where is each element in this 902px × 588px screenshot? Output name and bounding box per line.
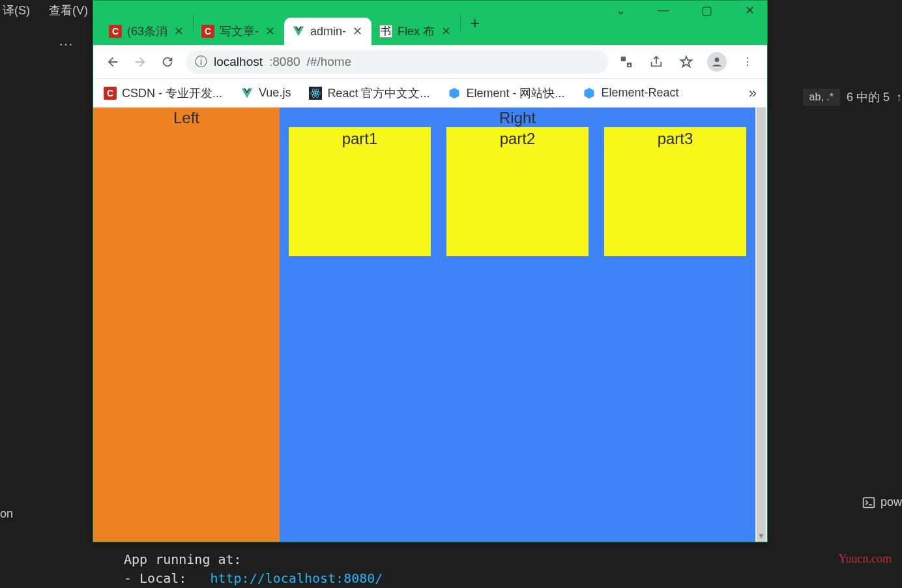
maximize-icon[interactable]: ▢ xyxy=(694,3,719,18)
vertical-scrollbar[interactable]: ▼ xyxy=(755,108,767,542)
left-label: Left xyxy=(173,109,199,126)
url-path: /#/home xyxy=(307,55,352,69)
element-icon xyxy=(583,87,596,100)
right-column: Right part1 part2 part3 xyxy=(280,108,755,542)
toolbar-right: ⋮ xyxy=(617,52,757,72)
csdn-icon: C xyxy=(109,25,122,38)
tab-label: (63条消 xyxy=(127,23,167,39)
right-label: Right xyxy=(280,109,755,127)
tab-close-icon[interactable]: ✕ xyxy=(264,24,276,38)
element-icon xyxy=(448,87,461,100)
tab-2-active[interactable]: admin- ✕ xyxy=(284,18,371,45)
editor-right-status: ab, .* 6 中的 5 ↑ xyxy=(803,89,902,106)
bookmarks-bar: CCSDN - 专业开发... Vue.js React 官方中文文... El… xyxy=(93,79,767,108)
tab-0[interactable]: C (63条消 ✕ xyxy=(101,18,193,45)
bookmark-label: Element - 网站快... xyxy=(466,85,564,101)
bookmark-star-icon[interactable] xyxy=(677,53,695,71)
tab-label: admin- xyxy=(310,25,346,38)
minimize-icon[interactable]: — xyxy=(651,3,676,18)
tab-label: Flex 布 xyxy=(398,23,435,39)
jianshu-icon: 书 xyxy=(379,25,392,38)
terminal-url[interactable]: http://localhost:8080/ xyxy=(210,570,383,586)
svg-rect-0 xyxy=(864,497,875,507)
terminal-icon xyxy=(862,496,875,509)
scrollbar-down-icon[interactable]: ▼ xyxy=(757,531,765,540)
editor-menu: 译(S) 查看(V) xyxy=(0,3,104,18)
parts-row: part1 part2 part3 xyxy=(280,127,755,256)
part-3: part3 xyxy=(604,127,746,256)
tab-close-icon[interactable]: ✕ xyxy=(351,24,364,38)
watermark: Yuucn.com xyxy=(839,552,892,566)
url-port: :8080 xyxy=(269,55,300,69)
window-controls: ⌄ — ▢ ✕ xyxy=(608,3,762,18)
bookmark-csdn[interactable]: CCSDN - 专业开发... xyxy=(104,85,222,101)
terminal-output: App running at: - Local: http://localhos… xyxy=(124,550,383,588)
tab-close-icon[interactable]: ✕ xyxy=(173,24,185,38)
csdn-icon: C xyxy=(104,87,117,100)
bookmark-element-react[interactable]: Element-React xyxy=(583,86,678,100)
translate-icon[interactable] xyxy=(617,53,635,71)
vue-icon xyxy=(292,25,305,38)
tab-3[interactable]: 书 Flex 布 ✕ xyxy=(371,18,460,45)
back-button[interactable] xyxy=(104,53,122,71)
bookmark-element[interactable]: Element - 网站快... xyxy=(448,85,564,101)
url-host: localhost xyxy=(214,55,263,69)
part-1: part1 xyxy=(289,127,431,256)
chevron-down-icon[interactable]: ⌄ xyxy=(608,3,633,18)
react-icon xyxy=(309,87,322,100)
bookmarks-overflow-icon[interactable]: » xyxy=(749,85,757,102)
tab-1[interactable]: C 写文章- ✕ xyxy=(194,18,284,45)
bookmark-label: Vue.js xyxy=(259,86,291,100)
bookmark-label: React 官方中文文... xyxy=(327,85,429,101)
bookmark-label: Element-React xyxy=(601,86,678,100)
part-2: part2 xyxy=(446,127,589,256)
editor-overflow-icon[interactable]: ⋯ xyxy=(59,36,74,53)
csdn-icon: C xyxy=(201,25,214,38)
search-count: 6 中的 5 xyxy=(847,89,890,105)
address-bar: ⓘ localhost:8080/#/home ⋮ xyxy=(93,45,767,79)
svg-point-1 xyxy=(715,57,720,62)
menu-view[interactable]: 查看(V) xyxy=(49,4,88,17)
search-up-icon[interactable]: ↑ xyxy=(896,91,902,104)
left-column: Left xyxy=(93,108,280,542)
close-icon[interactable]: ✕ xyxy=(737,3,762,18)
editor-tab-pill[interactable]: ab, .* xyxy=(803,89,840,106)
bookmark-vue[interactable]: Vue.js xyxy=(240,86,291,100)
bookmark-react[interactable]: React 官方中文文... xyxy=(309,85,429,101)
vue-icon xyxy=(240,87,254,100)
scrollbar-thumb[interactable] xyxy=(757,108,766,542)
tab-label: 写文章- xyxy=(220,23,259,39)
reload-button[interactable] xyxy=(158,53,177,71)
editor-text-on: on xyxy=(0,507,13,521)
menu-translate[interactable]: 译(S) xyxy=(3,4,30,17)
terminal-tab-powershell[interactable]: pow xyxy=(862,495,902,509)
site-info-icon[interactable]: ⓘ xyxy=(195,53,207,70)
browser-window: ⌄ — ▢ ✕ C (63条消 ✕ C 写文章- ✕ admin- ✕ xyxy=(93,0,768,542)
new-tab-button[interactable]: + xyxy=(461,13,489,33)
tab-strip: C (63条消 ✕ C 写文章- ✕ admin- ✕ 书 Flex 布 ✕ + xyxy=(93,1,489,45)
titlebar: ⌄ — ▢ ✕ C (63条消 ✕ C 写文章- ✕ admin- ✕ xyxy=(93,1,767,45)
page-content: Left Right part1 part2 part3 xyxy=(93,108,755,542)
menu-kebab-icon[interactable]: ⋮ xyxy=(738,53,757,71)
share-icon[interactable] xyxy=(647,53,665,71)
url-box[interactable]: ⓘ localhost:8080/#/home xyxy=(186,50,608,74)
forward-button[interactable] xyxy=(131,53,149,71)
bookmark-label: CSDN - 专业开发... xyxy=(122,85,222,101)
tab-close-icon[interactable]: ✕ xyxy=(440,24,452,38)
profile-avatar[interactable] xyxy=(707,52,727,72)
svg-point-3 xyxy=(315,92,317,94)
viewport: Left Right part1 part2 part3 ▼ xyxy=(93,108,767,542)
